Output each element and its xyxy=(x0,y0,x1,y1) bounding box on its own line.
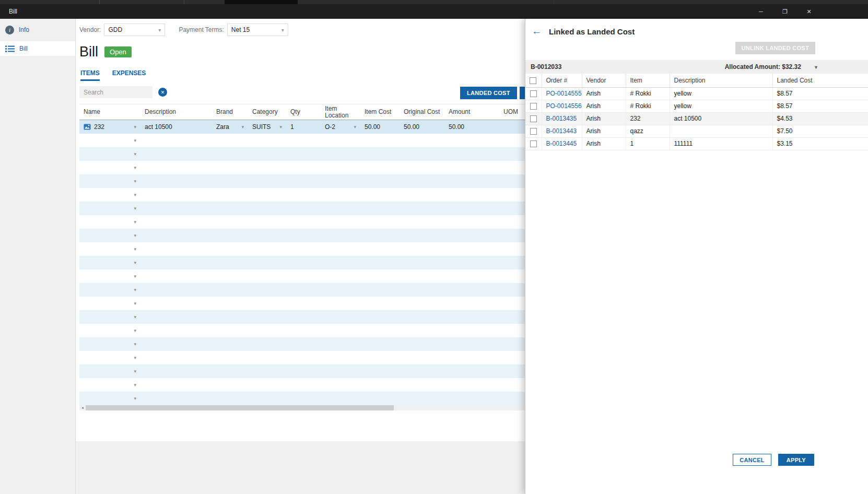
cell-item_location[interactable]: O-2▾ xyxy=(321,120,360,134)
cell-item_cost[interactable] xyxy=(360,337,400,351)
cell-category[interactable] xyxy=(248,310,286,324)
cell-description[interactable] xyxy=(140,174,212,188)
row-checkbox[interactable] xyxy=(530,115,537,122)
cell-description[interactable] xyxy=(140,378,212,392)
cell-brand[interactable] xyxy=(212,242,248,256)
checkbox-cell[interactable] xyxy=(525,100,542,112)
cell-original_cost[interactable] xyxy=(400,310,444,324)
cell-amount[interactable] xyxy=(444,215,499,229)
cell-name[interactable]: ▾ xyxy=(79,202,140,215)
cell-category[interactable] xyxy=(248,174,286,188)
cell-brand[interactable] xyxy=(212,215,248,229)
cell-item_cost[interactable] xyxy=(360,134,400,147)
cell-amount[interactable] xyxy=(444,378,499,392)
items-table-empty-row[interactable]: ▾ xyxy=(79,188,549,202)
chevron-down-icon[interactable]: ▾ xyxy=(134,301,136,306)
cell-category[interactable] xyxy=(248,351,286,364)
chevron-down-icon[interactable]: ▾ xyxy=(134,274,136,279)
cell-name[interactable]: ▾ xyxy=(79,351,140,364)
cell-brand[interactable] xyxy=(212,351,248,364)
cell-name[interactable]: 232▾ xyxy=(79,120,140,134)
cell-name[interactable]: ▾ xyxy=(79,215,140,229)
items-table-empty-row[interactable]: ▾ xyxy=(79,378,549,392)
cell-qty[interactable] xyxy=(286,378,321,392)
cell-brand[interactable] xyxy=(212,269,248,283)
items-table-empty-row[interactable]: ▾ xyxy=(79,297,549,310)
cell-brand[interactable] xyxy=(212,229,248,242)
cell-description[interactable] xyxy=(140,188,212,202)
cell-brand[interactable] xyxy=(212,378,248,392)
cell-item_location[interactable] xyxy=(321,297,360,310)
cell-category[interactable]: SUITS▾ xyxy=(248,120,286,134)
cell-category[interactable] xyxy=(248,364,286,378)
cell-category[interactable] xyxy=(248,297,286,310)
cell-description[interactable] xyxy=(140,215,212,229)
items-table-empty-row[interactable]: ▾ xyxy=(79,147,549,161)
items-table-empty-row[interactable]: ▾ xyxy=(79,310,549,324)
horizontal-scrollbar[interactable]: ◂ ▸ xyxy=(79,405,549,410)
cell-item_location[interactable] xyxy=(321,324,360,337)
row-checkbox[interactable] xyxy=(530,103,537,110)
cell-name[interactable]: ▾ xyxy=(79,297,140,310)
cell-qty[interactable] xyxy=(286,297,321,310)
cell-brand[interactable] xyxy=(212,337,248,351)
cell-description[interactable] xyxy=(140,147,212,161)
back-arrow-icon[interactable]: ← xyxy=(532,26,542,37)
cell-original_cost[interactable] xyxy=(400,174,444,188)
cell-category[interactable] xyxy=(248,202,286,215)
cell-amount[interactable] xyxy=(444,324,499,337)
cell-item_cost[interactable] xyxy=(360,364,400,378)
scrollbar-thumb[interactable] xyxy=(86,405,394,410)
cell-original_cost[interactable] xyxy=(400,147,444,161)
chevron-down-icon[interactable]: ▾ xyxy=(134,314,136,320)
items-table-empty-row[interactable]: ▾ xyxy=(79,283,549,297)
cell-name[interactable]: ▾ xyxy=(79,134,140,147)
cell-item_location[interactable] xyxy=(321,364,360,378)
cell-item_location[interactable] xyxy=(321,337,360,351)
cell-description[interactable] xyxy=(140,161,212,174)
checkbox-cell[interactable] xyxy=(525,125,542,137)
cell-original_cost[interactable] xyxy=(400,202,444,215)
maximize-button[interactable]: ❐ xyxy=(773,4,797,19)
cell-item_location[interactable] xyxy=(321,161,360,174)
items-table-empty-row[interactable]: ▾ xyxy=(79,324,549,337)
cell-amount[interactable] xyxy=(444,242,499,256)
cell-item_cost[interactable] xyxy=(360,256,400,269)
order-link[interactable]: B-0013445 xyxy=(542,137,582,150)
items-table-empty-row[interactable]: ▾ xyxy=(79,134,549,147)
cell-qty[interactable] xyxy=(286,283,321,297)
chevron-down-icon[interactable]: ▾ xyxy=(134,369,136,374)
tab-items[interactable]: ITEMS xyxy=(80,69,100,81)
checkbox-cell[interactable] xyxy=(525,87,542,100)
chevron-down-icon[interactable]: ▾ xyxy=(354,124,356,130)
items-table-empty-row[interactable]: ▾ xyxy=(79,392,549,405)
cell-amount[interactable] xyxy=(444,229,499,242)
row-checkbox[interactable] xyxy=(530,140,537,147)
items-table-empty-row[interactable]: ▾ xyxy=(79,256,549,269)
cell-description[interactable] xyxy=(140,202,212,215)
chevron-down-icon[interactable]: ▾ xyxy=(241,124,244,130)
cell-item_location[interactable] xyxy=(321,229,360,242)
cell-qty[interactable] xyxy=(286,161,321,174)
cell-item_cost[interactable] xyxy=(360,310,400,324)
cell-name[interactable]: ▾ xyxy=(79,310,140,324)
chevron-down-icon[interactable]: ▾ xyxy=(134,219,136,225)
cell-name[interactable]: ▾ xyxy=(79,337,140,351)
linked-table-row[interactable]: B-0013445Arish1111111$3.15 xyxy=(525,137,868,150)
cell-qty[interactable] xyxy=(286,310,321,324)
minimize-button[interactable]: ─ xyxy=(749,4,773,19)
search-input[interactable] xyxy=(79,86,153,98)
cell-name[interactable]: ▾ xyxy=(79,269,140,283)
cell-brand[interactable] xyxy=(212,161,248,174)
select-all-checkbox[interactable] xyxy=(530,77,536,84)
cell-qty[interactable] xyxy=(286,147,321,161)
cell-category[interactable] xyxy=(248,242,286,256)
cell-item_location[interactable] xyxy=(321,310,360,324)
cell-item_location[interactable] xyxy=(321,351,360,364)
items-table-row[interactable]: 232▾act 10500Zara▾SUITS▾1O-2▾50.0050.005… xyxy=(79,120,549,134)
landed-cost-button[interactable]: LANDED COST xyxy=(460,87,517,99)
linked-table-row[interactable]: PO-0014556Arish# Rokkiyellow$8.57 xyxy=(525,100,868,112)
cell-qty[interactable] xyxy=(286,188,321,202)
cell-qty[interactable] xyxy=(286,392,321,405)
cell-name[interactable]: ▾ xyxy=(79,188,140,202)
